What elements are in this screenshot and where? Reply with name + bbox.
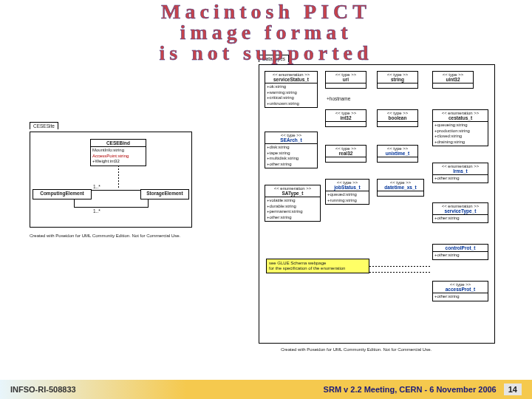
lrms-class: << enumeration >> lrms_t +other:string bbox=[432, 163, 488, 183]
overlay-line2: image format bbox=[0, 22, 532, 43]
se-label: StorageElement bbox=[141, 190, 188, 197]
note-dash1 bbox=[369, 266, 432, 267]
serviceStatus-attrs: +ok:string +warning:string +critical:str… bbox=[265, 83, 317, 107]
edge-bind-dash bbox=[118, 166, 119, 189]
cesebind-name: CESEBind bbox=[91, 140, 146, 147]
edge-se-down bbox=[148, 200, 149, 208]
cesebind-attrs: MountInfo:string AccessPoint:string +Wei… bbox=[91, 147, 146, 166]
satype-class: << enumeration >> SAType_t +volatile:str… bbox=[265, 185, 321, 222]
overlay-line1: Macintosh PICT bbox=[0, 1, 532, 22]
serviceStatus-hdr: << enumeration >> serviceStatus_t bbox=[265, 72, 317, 83]
hostname-attr: +hostname bbox=[327, 96, 350, 101]
site-package-label: CESESite bbox=[33, 123, 55, 129]
edge-bot-horiz bbox=[74, 207, 148, 208]
search-class: << type >> SEArch_t +disk:string +tape:s… bbox=[265, 132, 318, 168]
datatypes-package-tab: DataTypes bbox=[259, 55, 289, 62]
uint32-type: << type >> uint32 bbox=[432, 71, 474, 89]
credit-left: Created with Poseidon for UML Community … bbox=[30, 233, 180, 238]
servicetype-class: << enumeration >> serviceType_t +other:s… bbox=[432, 202, 488, 223]
jobstatus-type: << type >> jobStatus_t +queued:string +r… bbox=[325, 179, 369, 205]
cesebind-class: CESEBind MountInfo:string AccessPoint:st… bbox=[90, 139, 146, 166]
cestatus-class: << enumeration >> cestatus_t +queueing:s… bbox=[432, 109, 488, 146]
uri-type: << type >> uri bbox=[325, 71, 366, 89]
mult-top: 1..* bbox=[93, 184, 100, 189]
storage-element-class: StorageElement bbox=[140, 189, 189, 200]
string-type: << type >> string bbox=[377, 71, 418, 89]
footer-page-number: 14 bbox=[504, 383, 522, 395]
credit-right: Created with Poseidon for UML Community … bbox=[281, 347, 432, 352]
footer-bar: INFSO-RI-508833 SRM v 2.2 Meeting, CERN … bbox=[0, 380, 532, 399]
controlprot-class: controlProt_t +other:string bbox=[432, 244, 488, 260]
accessprot-class: << type >> accessProt_t +other:string bbox=[432, 281, 488, 301]
real32-type: << type >> real32 bbox=[325, 145, 366, 163]
site-package-tab: CESESite bbox=[30, 122, 58, 129]
glue-schema-note: see GLUE Schema webpage for the specific… bbox=[266, 259, 369, 273]
int32-type: << type >> int32 bbox=[325, 109, 366, 127]
note-dash2 bbox=[369, 272, 432, 273]
datetime-type: << type >> datetime_xs_t bbox=[377, 179, 424, 197]
datatypes-package-label: DataTypes bbox=[262, 56, 285, 61]
unixtime-type: << type >> unixtime_t bbox=[377, 145, 418, 163]
serviceStatus-class: << enumeration >> serviceStatus_t +ok:st… bbox=[265, 71, 318, 108]
uml-diagram: CESESite CESEBind MountInfo:string Acces… bbox=[30, 44, 502, 369]
boolean-type: << type >> boolean bbox=[377, 109, 418, 127]
edge-ce-se-top bbox=[92, 190, 140, 191]
footer-meeting-title: SRM v 2.2 Meeting, CERN - 6 November 200… bbox=[324, 385, 497, 394]
mult-bottom: 1..* bbox=[93, 208, 100, 214]
computing-element-class: ComputingElement bbox=[33, 189, 92, 200]
ce-label: ComputingElement bbox=[33, 190, 91, 197]
footer-doc-id: INFSO-RI-508833 bbox=[10, 385, 76, 394]
